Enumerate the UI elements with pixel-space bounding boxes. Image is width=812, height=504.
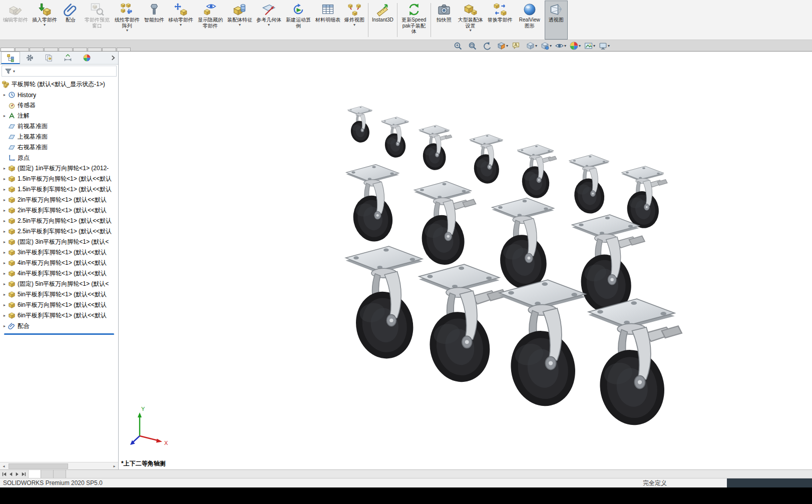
tree-item-component[interactable]: ▸ 6in平板刹车脚轮<1> (默认<<默认 — [0, 310, 118, 321]
scrollbar-track[interactable] — [8, 463, 111, 469]
caster-component[interactable] — [517, 145, 557, 201]
instant3d-button[interactable]: Instant3D ▼ — [370, 1, 395, 40]
tab-model[interactable] — [29, 470, 41, 478]
new-motion-study-button[interactable]: 新建运动算例 ▼ — [283, 1, 313, 40]
zoom-to-fit-button[interactable]: ▾ — [454, 42, 465, 50]
tree-item-right-plane[interactable]: ▸ 右视基准面 — [0, 142, 118, 153]
expand-arrow-icon[interactable]: ▸ — [2, 114, 8, 118]
previous-view-button[interactable]: ▾ — [483, 42, 494, 50]
caster-component[interactable] — [414, 181, 476, 269]
exploded-view-button[interactable]: 爆炸视图 ▼ — [342, 1, 366, 40]
caster-component[interactable] — [346, 165, 399, 245]
tree-item-component[interactable]: ▸ (固定) 3in平板万向脚轮<1> (默认< — [0, 237, 118, 247]
tree-item-history[interactable]: ▸ History — [0, 90, 118, 100]
tree-item-origin[interactable]: ▸ 原点 — [0, 153, 118, 163]
tab-boshi-tools[interactable] — [73, 48, 87, 51]
expand-arrow-icon[interactable]: ▸ — [2, 324, 8, 328]
rollback-bar[interactable] — [4, 333, 114, 335]
take-snapshot-button[interactable]: 拍快照 ▼ — [433, 1, 456, 40]
edit-appearance-button[interactable]: ▾ — [570, 42, 581, 50]
tree-item-component[interactable]: ▸ 4in平板万向脚轮<1> (默认<<默认 — [0, 258, 118, 268]
tree-item-top-plane[interactable]: ▸ 上视基准面 — [0, 132, 118, 142]
display-style-button[interactable]: ▾ — [541, 42, 552, 50]
tree-item-component[interactable]: ▸ 2in平板万向脚轮<1> (默认<<默认 — [0, 195, 118, 205]
expand-arrow-icon[interactable]: ▸ — [2, 313, 8, 318]
scroll-prev-button[interactable] — [8, 471, 14, 477]
caster-component[interactable] — [419, 125, 452, 172]
tab-sketch[interactable] — [30, 48, 44, 51]
expand-arrow-icon[interactable]: ▸ — [2, 303, 8, 307]
caster-component[interactable] — [588, 299, 681, 431]
panel-horizontal-scrollbar[interactable]: ◂ ▸ — [0, 462, 118, 469]
caster-component[interactable] — [346, 246, 423, 364]
tab-render-tools[interactable] — [59, 48, 73, 51]
hide-show-items-button[interactable]: ▾ — [555, 42, 566, 50]
annotation-views-button[interactable]: ▾ — [512, 42, 523, 50]
linear-component-pattern-button[interactable]: 线性零部件阵列 ▼ — [112, 1, 142, 40]
expand-arrow-icon[interactable]: ▸ — [2, 240, 8, 244]
realview-graphics-button[interactable]: RealView图形 ▼ — [515, 1, 545, 40]
tree-root-assembly[interactable]: ▸ 平板脚轮 (默认<默认_显示状态-1>) — [0, 79, 118, 90]
expand-arrow-icon[interactable]: ▸ — [2, 187, 8, 192]
panel-collapse-button[interactable] — [108, 54, 117, 63]
tab-evaluate[interactable] — [44, 48, 58, 51]
tree-item-annotations[interactable]: ▸ 注解 — [0, 111, 118, 121]
caster-component[interactable] — [492, 198, 554, 293]
reference-geometry-button[interactable]: 参考几何体 ▼ — [254, 1, 283, 40]
featuremanager-tree-tab[interactable] — [1, 52, 20, 64]
expand-arrow-icon[interactable]: ▸ — [2, 292, 8, 297]
expand-arrow-icon[interactable]: ▸ — [2, 219, 8, 223]
view-orientation-button[interactable]: ▾ — [526, 42, 537, 50]
assembly-features-button[interactable]: 装配体特征 ▼ — [225, 1, 254, 40]
tab-assembly[interactable] — [1, 48, 15, 51]
tree-item-component[interactable]: ▸ (固定) 1in平板万向脚轮<1> (2012- — [0, 163, 118, 174]
scroll-next-button[interactable] — [15, 471, 20, 477]
show-hidden-components-button[interactable]: 显示隐藏的零部件 ▼ — [195, 1, 225, 40]
caster-component[interactable] — [470, 135, 503, 186]
move-component-button[interactable]: 移动零部件 ▼ — [166, 1, 195, 40]
tree-item-component[interactable]: ▸ 1.5in平板万向脚轮<1> (默认<<默认 — [0, 174, 118, 184]
tree-item-mates[interactable]: ▸ 配合 — [0, 321, 118, 331]
scrollbar-thumb[interactable] — [9, 463, 68, 469]
propertymanager-tab[interactable] — [20, 52, 39, 64]
displaymanager-tab[interactable] — [77, 52, 96, 64]
configurationmanager-tab[interactable] — [39, 52, 58, 64]
tree-item-component[interactable]: ▸ 6in平板万向脚轮<1> (默认<<默认 — [0, 300, 118, 310]
tab-boshi-fangtong[interactable] — [102, 48, 116, 51]
graphics-viewport[interactable]: Y X *上下二等角轴测 — [119, 52, 812, 469]
expand-arrow-icon[interactable]: ▸ — [2, 198, 8, 202]
expand-arrow-icon[interactable]: ▸ — [2, 229, 8, 234]
tree-item-component[interactable]: ▸ 1.5in平板刹车脚轮<1> (默认<<默认 — [0, 184, 118, 195]
scroll-right-button[interactable]: ▸ — [111, 464, 118, 468]
apply-scene-button[interactable]: ▾ — [584, 42, 595, 50]
expand-arrow-icon[interactable]: ▸ — [2, 261, 8, 265]
tab-mufeng-toolbox[interactable] — [117, 48, 131, 51]
scroll-left-button[interactable]: ◂ — [0, 464, 8, 468]
tab-layout[interactable] — [15, 48, 29, 51]
caster-component[interactable] — [569, 155, 609, 216]
expand-arrow-icon[interactable]: ▸ — [2, 93, 8, 97]
tree-item-component[interactable]: ▸ 5in平板刹车脚轮<1> (默认<<默认 — [0, 289, 118, 300]
expand-arrow-icon[interactable]: ▸ — [2, 282, 8, 286]
scroll-last-button[interactable] — [21, 471, 27, 477]
perspective-view-button[interactable]: 透视图 ▼ — [545, 1, 568, 40]
update-speedpak-button[interactable]: 更新Speedpak子装配体 ▼ — [399, 1, 429, 40]
caster-component[interactable] — [419, 264, 506, 387]
smart-fasteners-button[interactable]: 智能扣件 ▼ — [142, 1, 166, 40]
replace-components-button[interactable]: 替换零部件 ▼ — [486, 1, 515, 40]
large-assembly-settings-button[interactable]: 大型装配体设置 ▼ — [456, 1, 486, 40]
caster-component[interactable] — [347, 106, 372, 144]
tree-item-component[interactable]: ▸ 3in平板刹车脚轮<1> (默认<<默认 — [0, 247, 118, 258]
dimxpertmanager-tab[interactable] — [58, 52, 77, 64]
edit-component-button[interactable]: 编辑零部件 ▼ — [1, 1, 30, 40]
mate-button[interactable]: 配合 ▼ — [59, 1, 82, 40]
tab-3d-views[interactable] — [41, 470, 54, 478]
tree-item-component[interactable]: ▸ (固定) 5in平板万向脚轮<1> (默认< — [0, 279, 118, 289]
expand-arrow-icon[interactable]: ▸ — [2, 166, 8, 171]
tree-item-component[interactable]: ▸ 4in平板刹车脚轮<1> (默认<<默认 — [0, 268, 118, 279]
expand-arrow-icon[interactable]: ▸ — [2, 271, 8, 276]
caster-component[interactable] — [381, 117, 409, 160]
expand-arrow-icon[interactable]: ▸ — [2, 208, 8, 213]
view-settings-button[interactable]: ▾ — [599, 42, 610, 50]
component-preview-window-button[interactable]: 零部件预览窗口 ▼ — [82, 1, 112, 40]
